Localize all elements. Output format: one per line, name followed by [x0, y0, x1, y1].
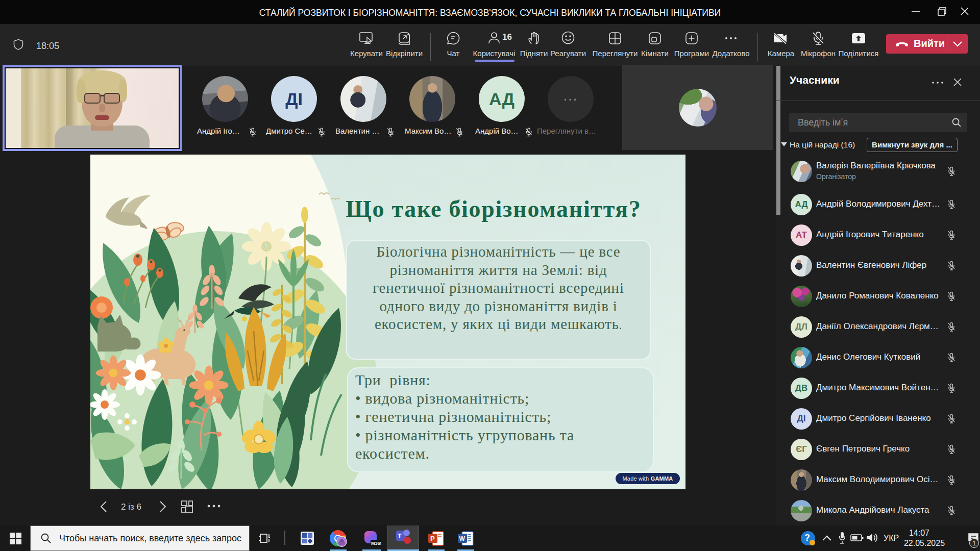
svg-text:M365: M365 — [371, 541, 381, 546]
svg-text:W: W — [459, 535, 465, 542]
svg-text:P: P — [430, 535, 435, 542]
